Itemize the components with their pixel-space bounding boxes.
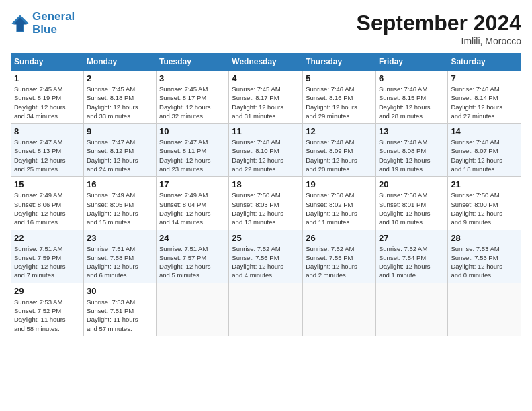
- day-cell: 2Sunrise: 7:45 AM Sunset: 8:18 PM Daylig…: [83, 71, 156, 124]
- day-number: 24: [159, 233, 226, 243]
- day-info: Sunrise: 7:53 AM Sunset: 7:53 PM Dayligh…: [451, 244, 518, 280]
- day-cell: 17Sunrise: 7:49 AM Sunset: 8:04 PM Dayli…: [157, 177, 229, 230]
- day-number: 8: [14, 126, 81, 136]
- day-number: 19: [306, 179, 373, 189]
- day-cell: 30Sunrise: 7:53 AM Sunset: 7:51 PM Dayli…: [83, 283, 156, 336]
- day-number: 7: [451, 73, 518, 83]
- day-cell: 9Sunrise: 7:47 AM Sunset: 8:12 PM Daylig…: [83, 124, 156, 177]
- day-cell: 22Sunrise: 7:51 AM Sunset: 7:59 PM Dayli…: [11, 230, 84, 283]
- day-cell: [375, 283, 447, 336]
- day-info: Sunrise: 7:50 AM Sunset: 8:03 PM Dayligh…: [232, 191, 300, 226]
- day-info: Sunrise: 7:48 AM Sunset: 8:09 PM Dayligh…: [306, 138, 373, 173]
- logo: General Blue: [11, 11, 75, 36]
- day-info: Sunrise: 7:45 AM Sunset: 8:17 PM Dayligh…: [159, 85, 226, 120]
- day-info: Sunrise: 7:49 AM Sunset: 8:05 PM Dayligh…: [87, 191, 153, 226]
- day-cell: 6Sunrise: 7:46 AM Sunset: 8:15 PM Daylig…: [375, 71, 447, 124]
- day-cell: 11Sunrise: 7:48 AM Sunset: 8:10 PM Dayli…: [229, 124, 303, 177]
- day-number: 22: [14, 233, 81, 243]
- day-number: 13: [379, 126, 445, 136]
- month-title: September 2024: [357, 11, 521, 36]
- page: General Blue September 2024 Imlili, Moro…: [0, 0, 532, 411]
- day-info: Sunrise: 7:48 AM Sunset: 8:10 PM Dayligh…: [232, 138, 300, 173]
- day-info: Sunrise: 7:47 AM Sunset: 8:11 PM Dayligh…: [159, 138, 226, 173]
- day-number: 20: [379, 179, 445, 189]
- day-number: 26: [306, 233, 373, 243]
- day-number: 25: [232, 233, 300, 243]
- day-info: Sunrise: 7:51 AM Sunset: 7:59 PM Dayligh…: [14, 244, 81, 280]
- day-info: Sunrise: 7:45 AM Sunset: 8:19 PM Dayligh…: [14, 85, 81, 120]
- day-cell: 29Sunrise: 7:53 AM Sunset: 7:52 PM Dayli…: [11, 283, 84, 336]
- day-number: 5: [306, 73, 373, 83]
- day-cell: 24Sunrise: 7:51 AM Sunset: 7:57 PM Dayli…: [157, 230, 229, 283]
- day-cell: [448, 283, 521, 336]
- day-number: 21: [451, 179, 518, 189]
- week-row-3: 15Sunrise: 7:49 AM Sunset: 8:06 PM Dayli…: [11, 177, 521, 230]
- day-cell: 21Sunrise: 7:50 AM Sunset: 8:00 PM Dayli…: [448, 177, 521, 230]
- day-info: Sunrise: 7:47 AM Sunset: 8:12 PM Dayligh…: [87, 138, 153, 173]
- week-row-2: 8Sunrise: 7:47 AM Sunset: 8:13 PM Daylig…: [11, 124, 521, 177]
- day-cell: [229, 283, 303, 336]
- day-info: Sunrise: 7:49 AM Sunset: 8:04 PM Dayligh…: [159, 191, 226, 226]
- day-cell: 28Sunrise: 7:53 AM Sunset: 7:53 PM Dayli…: [448, 230, 521, 283]
- day-number: 27: [379, 233, 445, 243]
- calendar-header-row: SundayMondayTuesdayWednesdayThursdayFrid…: [11, 54, 521, 71]
- header-wednesday: Wednesday: [229, 54, 303, 71]
- title-block: September 2024 Imlili, Morocco: [357, 11, 521, 46]
- day-cell: 20Sunrise: 7:50 AM Sunset: 8:01 PM Dayli…: [375, 177, 447, 230]
- day-cell: 8Sunrise: 7:47 AM Sunset: 8:13 PM Daylig…: [11, 124, 84, 177]
- day-cell: 3Sunrise: 7:45 AM Sunset: 8:17 PM Daylig…: [157, 71, 229, 124]
- day-number: 28: [451, 233, 518, 243]
- day-number: 3: [159, 73, 226, 83]
- day-cell: 7Sunrise: 7:46 AM Sunset: 8:14 PM Daylig…: [448, 71, 521, 124]
- day-info: Sunrise: 7:46 AM Sunset: 8:16 PM Dayligh…: [306, 85, 373, 120]
- day-info: Sunrise: 7:50 AM Sunset: 8:00 PM Dayligh…: [451, 191, 518, 226]
- day-info: Sunrise: 7:48 AM Sunset: 8:07 PM Dayligh…: [451, 138, 518, 173]
- day-number: 18: [232, 179, 300, 189]
- day-cell: 25Sunrise: 7:52 AM Sunset: 7:56 PM Dayli…: [229, 230, 303, 283]
- day-info: Sunrise: 7:49 AM Sunset: 8:06 PM Dayligh…: [14, 191, 81, 226]
- day-number: 14: [451, 126, 518, 136]
- day-cell: 16Sunrise: 7:49 AM Sunset: 8:05 PM Dayli…: [83, 177, 156, 230]
- day-info: Sunrise: 7:52 AM Sunset: 7:54 PM Dayligh…: [379, 244, 445, 280]
- day-cell: [303, 283, 376, 336]
- day-number: 4: [232, 73, 300, 83]
- day-cell: 4Sunrise: 7:45 AM Sunset: 8:17 PM Daylig…: [229, 71, 303, 124]
- day-number: 16: [87, 179, 153, 189]
- day-cell: 19Sunrise: 7:50 AM Sunset: 8:02 PM Dayli…: [303, 177, 376, 230]
- day-info: Sunrise: 7:46 AM Sunset: 8:15 PM Dayligh…: [379, 85, 445, 120]
- day-info: Sunrise: 7:48 AM Sunset: 8:08 PM Dayligh…: [379, 138, 445, 173]
- day-number: 1: [14, 73, 81, 83]
- day-info: Sunrise: 7:47 AM Sunset: 8:13 PM Dayligh…: [14, 138, 81, 173]
- logo-icon: [11, 14, 30, 33]
- header-monday: Monday: [83, 54, 156, 71]
- logo-blue: Blue: [32, 23, 57, 36]
- header-saturday: Saturday: [448, 54, 521, 71]
- day-number: 11: [232, 126, 300, 136]
- day-info: Sunrise: 7:50 AM Sunset: 8:02 PM Dayligh…: [306, 191, 373, 226]
- day-info: Sunrise: 7:46 AM Sunset: 8:14 PM Dayligh…: [451, 85, 518, 120]
- day-number: 30: [87, 286, 153, 296]
- day-info: Sunrise: 7:52 AM Sunset: 7:55 PM Dayligh…: [306, 244, 373, 280]
- day-info: Sunrise: 7:51 AM Sunset: 7:58 PM Dayligh…: [87, 244, 153, 280]
- week-row-5: 29Sunrise: 7:53 AM Sunset: 7:52 PM Dayli…: [11, 283, 521, 336]
- header-friday: Friday: [375, 54, 447, 71]
- day-cell: 23Sunrise: 7:51 AM Sunset: 7:58 PM Dayli…: [83, 230, 156, 283]
- header-tuesday: Tuesday: [157, 54, 229, 71]
- day-cell: 27Sunrise: 7:52 AM Sunset: 7:54 PM Dayli…: [375, 230, 447, 283]
- day-cell: 12Sunrise: 7:48 AM Sunset: 8:09 PM Dayli…: [303, 124, 376, 177]
- day-number: 10: [159, 126, 226, 136]
- day-info: Sunrise: 7:52 AM Sunset: 7:56 PM Dayligh…: [232, 244, 300, 280]
- day-cell: 18Sunrise: 7:50 AM Sunset: 8:03 PM Dayli…: [229, 177, 303, 230]
- day-cell: 15Sunrise: 7:49 AM Sunset: 8:06 PM Dayli…: [11, 177, 84, 230]
- day-number: 12: [306, 126, 373, 136]
- logo-general: General: [32, 10, 75, 23]
- location: Imlili, Morocco: [357, 36, 521, 46]
- day-cell: 14Sunrise: 7:48 AM Sunset: 8:07 PM Dayli…: [448, 124, 521, 177]
- header: General Blue September 2024 Imlili, Moro…: [11, 11, 521, 46]
- calendar-table: SundayMondayTuesdayWednesdayThursdayFrid…: [11, 53, 521, 336]
- day-info: Sunrise: 7:53 AM Sunset: 7:51 PM Dayligh…: [87, 298, 153, 333]
- day-cell: 10Sunrise: 7:47 AM Sunset: 8:11 PM Dayli…: [157, 124, 229, 177]
- day-info: Sunrise: 7:45 AM Sunset: 8:18 PM Dayligh…: [87, 85, 153, 120]
- day-number: 29: [14, 286, 81, 296]
- day-cell: 26Sunrise: 7:52 AM Sunset: 7:55 PM Dayli…: [303, 230, 376, 283]
